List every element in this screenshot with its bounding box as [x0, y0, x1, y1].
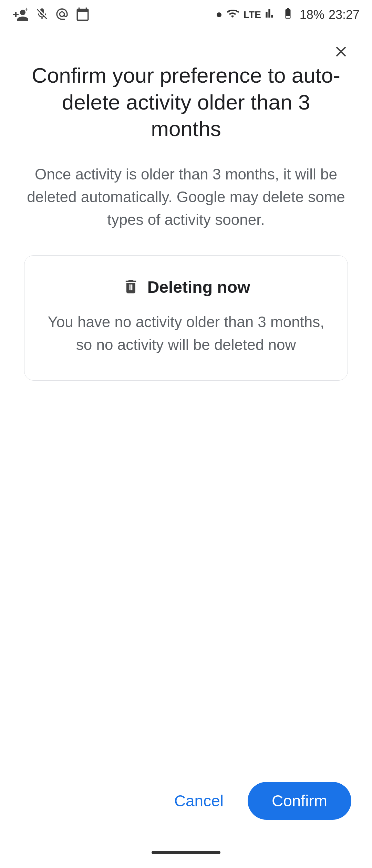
- info-card-body: You have no activity older than 3 months…: [45, 311, 327, 356]
- close-button[interactable]: [327, 38, 355, 65]
- status-bar: + LTE: [0, 0, 372, 28]
- time-display: 23:27: [329, 8, 360, 22]
- calendar-icon: [75, 7, 90, 23]
- battery-icon: [280, 7, 296, 23]
- lte-label: LTE: [244, 9, 261, 20]
- wifi-icon: [226, 7, 239, 23]
- svg-rect-2: [129, 284, 130, 290]
- mic-off-icon: [35, 7, 49, 23]
- nav-indicator: [152, 851, 220, 854]
- dialog-description: Once activity is older than 3 months, it…: [24, 163, 348, 231]
- info-card-title: Deleting now: [147, 278, 250, 297]
- trash-icon: [122, 276, 140, 298]
- battery-percentage: 18%: [300, 8, 324, 22]
- bottom-actions: Cancel Confirm: [164, 782, 351, 820]
- dialog-title: Confirm your preference to auto-delete a…: [24, 62, 348, 142]
- info-card-header: Deleting now: [45, 276, 327, 298]
- cancel-button[interactable]: Cancel: [164, 785, 234, 817]
- status-bar-left-icons: +: [12, 7, 90, 23]
- add-person-icon: +: [12, 7, 29, 23]
- status-bar-right: LTE 18% 23:27: [217, 7, 360, 23]
- info-card: Deleting now You have no activity older …: [24, 255, 348, 381]
- svg-text:+: +: [25, 7, 28, 12]
- svg-rect-3: [131, 284, 132, 290]
- signal-dot: [217, 12, 221, 17]
- signal-bars-icon: [265, 7, 276, 23]
- confirm-button[interactable]: Confirm: [248, 782, 351, 820]
- at-icon: [55, 7, 69, 23]
- dialog-content: Confirm your preference to auto-delete a…: [0, 28, 372, 381]
- svg-rect-1: [286, 16, 290, 18]
